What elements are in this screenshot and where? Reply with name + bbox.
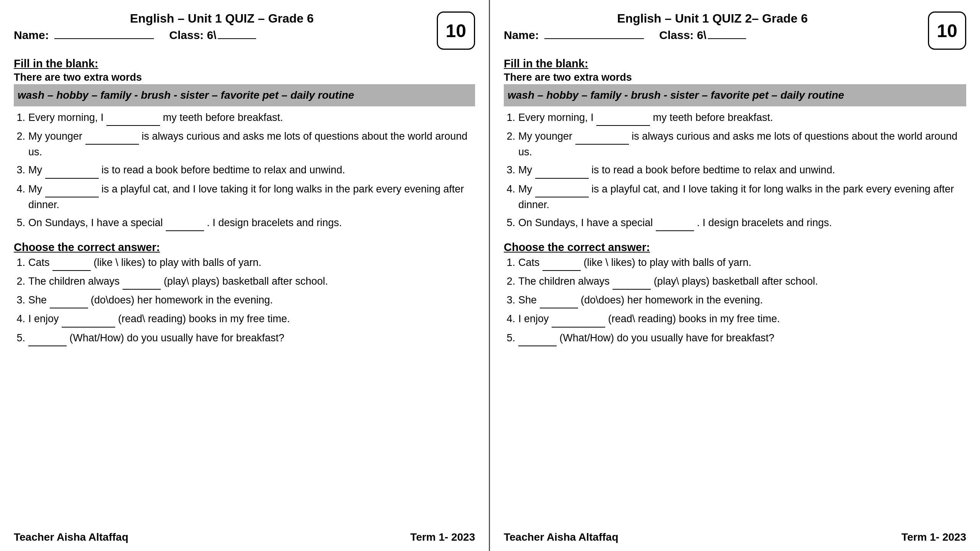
fill-question-5: 5. On Sundays, I have a special . I desi… [504,215,966,231]
question-text: I enjoy (read\ reading) books in my free… [518,311,966,327]
answer-blank[interactable] [540,293,578,308]
question-text: She (do\does) her homework in the evenin… [28,293,475,308]
answer-blank[interactable] [62,311,115,327]
answer-blank[interactable] [656,215,694,231]
name-label: Name: [14,29,154,42]
question-text: Cats (like \ likes) to play with balls o… [518,255,966,271]
choose-questions-list: 1. Cats (like \ likes) to play with ball… [504,255,966,349]
fill-question-4: 4. My is a playful cat, and I love takin… [14,182,475,212]
answer-blank[interactable] [518,331,557,346]
answer-blank[interactable] [122,274,161,290]
quiz-title: English – Unit 1 QUIZ – Grade 6 [14,11,430,26]
teacher-name: Teacher Aisha Altaffaq [14,531,128,543]
word-bank: wash – hobby – family - brush - sister –… [504,84,966,106]
question-number: 2. [14,129,25,160]
answer-blank[interactable] [45,182,99,197]
question-text: My is a playful cat, and I love taking i… [518,182,966,212]
score-box: 10 [437,11,475,50]
question-text: The children always (play\ plays) basket… [518,274,966,290]
fill-question-1: 1. Every morning, I my teeth before brea… [14,110,475,126]
answer-blank[interactable] [45,163,99,178]
name-input-line[interactable] [544,38,644,39]
question-text: (What/How) do you usually have for break… [28,331,475,346]
question-text: My is to read a book before bedtime to r… [28,163,475,178]
answer-blank[interactable] [50,293,88,308]
question-number: 4. [14,182,25,212]
quiz-panel-1: English – Unit 1 QUIZ – Grade 6 Name: Cl… [0,0,490,551]
answer-blank[interactable] [596,110,650,126]
question-number: 1. [504,255,515,271]
answer-blank[interactable] [28,331,67,346]
class-input-line[interactable] [218,38,256,39]
question-number: 2. [504,274,515,290]
answer-blank[interactable] [552,311,605,327]
header-text: English – Unit 1 QUIZ – Grade 6 Name: Cl… [14,11,430,42]
fill-question-2: 2. My younger is always curious and asks… [14,129,475,160]
name-input-line[interactable] [54,38,154,39]
question-text: Cats (like \ likes) to play with balls o… [28,255,475,271]
fill-question-1: 1. Every morning, I my teeth before brea… [504,110,966,126]
answer-blank[interactable] [542,255,581,271]
answer-blank[interactable] [575,129,629,145]
fill-blank-title: Fill in the blank: [504,57,966,70]
term-label: Term 1- 2023 [902,531,966,543]
choose-title: Choose the correct answer: [14,241,475,254]
choose-title: Choose the correct answer: [504,241,966,254]
question-text: Every morning, I my teeth before breakfa… [518,110,966,126]
question-number: 2. [14,274,25,290]
footer-row: Teacher Aisha Altaffaq Term 1- 2023 [504,527,966,543]
class-label: Class: 6\ [659,29,746,42]
question-number: 5. [504,331,515,346]
choose-question-3: 3. She (do\does) her homework in the eve… [14,293,475,308]
question-text: I enjoy (read\ reading) books in my free… [28,311,475,327]
choose-question-1: 1. Cats (like \ likes) to play with ball… [504,255,966,271]
question-text: She (do\does) her homework in the evenin… [518,293,966,308]
question-number: 3. [504,163,515,178]
extra-words-label: There are two extra words [504,72,966,83]
question-text: (What/How) do you usually have for break… [518,331,966,346]
term-label: Term 1- 2023 [410,531,475,543]
question-text: My is to read a book before bedtime to r… [518,163,966,178]
class-label: Class: 6\ [169,29,256,42]
question-text: On Sundays, I have a special . I design … [28,215,475,231]
answer-blank[interactable] [166,215,204,231]
extra-words-label: There are two extra words [14,72,475,83]
choose-question-5: 5. (What/How) do you usually have for br… [504,331,966,346]
question-number: 1. [14,110,25,126]
name-class-row: Name: Class: 6\ [14,29,430,42]
question-number: 5. [14,331,25,346]
choose-questions-list: 1. Cats (like \ likes) to play with ball… [14,255,475,349]
question-text: Every morning, I my teeth before breakfa… [28,110,475,126]
question-number: 3. [504,293,515,308]
name-class-row: Name: Class: 6\ [504,29,921,42]
choose-question-5: 5. (What/How) do you usually have for br… [14,331,475,346]
choose-question-3: 3. She (do\does) her homework in the eve… [504,293,966,308]
answer-blank[interactable] [612,274,651,290]
question-number: 4. [504,311,515,327]
question-text: The children always (play\ plays) basket… [28,274,475,290]
header-row: English – Unit 1 QUIZ – Grade 6 Name: Cl… [14,11,475,50]
question-number: 5. [14,215,25,231]
fill-questions-list: 1. Every morning, I my teeth before brea… [504,110,966,234]
teacher-name: Teacher Aisha Altaffaq [504,531,618,543]
name-label: Name: [504,29,644,42]
answer-blank[interactable] [85,129,139,145]
fill-blank-title: Fill in the blank: [14,57,475,70]
question-number: 1. [504,110,515,126]
answer-blank[interactable] [106,110,160,126]
fill-question-3: 3. My is to read a book before bedtime t… [14,163,475,178]
question-text: On Sundays, I have a special . I design … [518,215,966,231]
fill-question-3: 3. My is to read a book before bedtime t… [504,163,966,178]
question-text: My younger is always curious and asks me… [518,129,966,160]
footer-row: Teacher Aisha Altaffaq Term 1- 2023 [14,527,475,543]
question-number: 2. [504,129,515,160]
class-input-line[interactable] [708,38,746,39]
answer-blank[interactable] [52,255,91,271]
answer-blank[interactable] [535,163,589,178]
question-number: 5. [504,215,515,231]
answer-blank[interactable] [535,182,589,197]
fill-question-2: 2. My younger is always curious and asks… [504,129,966,160]
question-number: 3. [14,163,25,178]
question-text: My younger is always curious and asks me… [28,129,475,160]
fill-question-4: 4. My is a playful cat, and I love takin… [504,182,966,212]
